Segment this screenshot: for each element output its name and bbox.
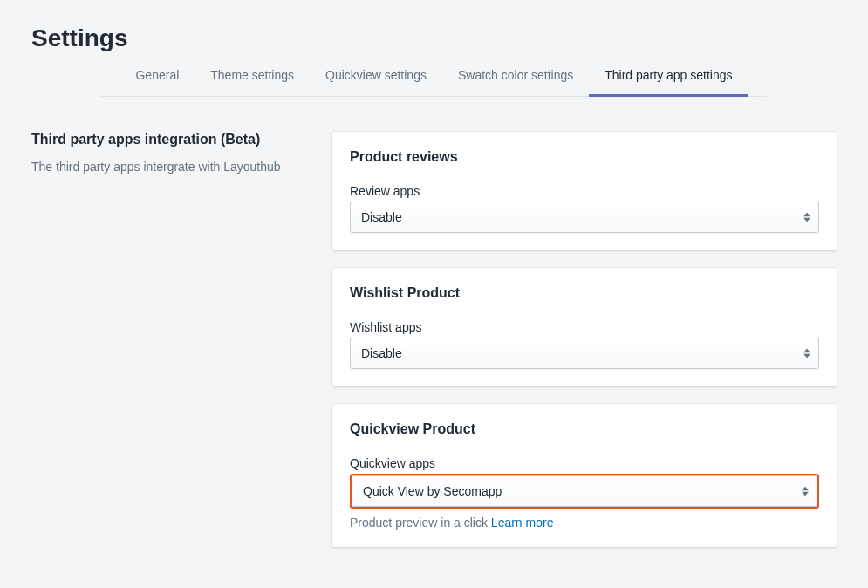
- tab-swatch-color-settings[interactable]: Swatch color settings: [442, 56, 589, 97]
- learn-more-link[interactable]: Learn more: [488, 516, 553, 530]
- select-wrap-review-apps: Disable: [350, 202, 819, 233]
- select-review-apps[interactable]: Disable: [350, 202, 819, 233]
- card-product-reviews: Product reviews Review apps Disable: [332, 132, 837, 250]
- card-title-wishlist: Wishlist Product: [350, 285, 819, 301]
- help-text-quickview: Product preview in a click Learn more: [350, 516, 819, 530]
- select-wrap-wishlist-apps: Disable: [350, 338, 819, 369]
- tab-theme-settings[interactable]: Theme settings: [195, 56, 310, 97]
- select-wishlist-apps[interactable]: Disable: [350, 338, 819, 369]
- select-quickview-apps[interactable]: Quick View by Secomapp: [352, 475, 817, 507]
- section-description: The third party apps intergrate with Lay…: [31, 160, 315, 174]
- card-title-quickview: Quickview Product: [350, 421, 819, 437]
- tab-quickview-settings[interactable]: Quickview settings: [310, 56, 442, 97]
- card-title-reviews: Product reviews: [350, 149, 819, 165]
- tab-general[interactable]: General: [120, 56, 195, 97]
- tabs: General Theme settings Quickview setting…: [101, 56, 767, 97]
- field-label-review-apps: Review apps: [350, 184, 819, 198]
- section-heading: Third party apps integration (Beta): [31, 132, 315, 147]
- help-text: Product preview in a click: [350, 516, 488, 530]
- tab-third-party-app-settings[interactable]: Third party app settings: [589, 56, 748, 97]
- card-wishlist-product: Wishlist Product Wishlist apps Disable: [332, 268, 837, 386]
- field-label-wishlist-apps: Wishlist apps: [350, 320, 819, 334]
- card-quickview-product: Quickview Product Quickview apps Quick V…: [332, 404, 837, 547]
- field-label-quickview-apps: Quickview apps: [350, 456, 819, 470]
- page-title: Settings: [31, 24, 837, 52]
- select-wrap-quickview-apps: Quick View by Secomapp: [350, 474, 819, 509]
